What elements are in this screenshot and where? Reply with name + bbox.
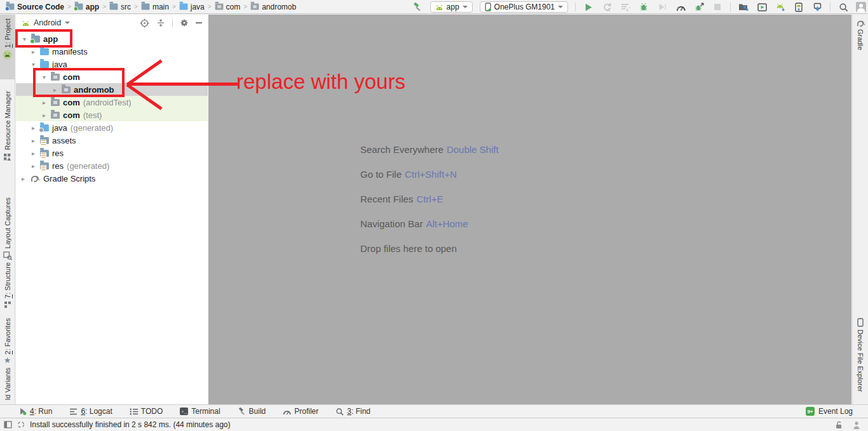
chevron-down-icon xyxy=(463,6,468,8)
chevron-right-icon[interactable]: ▸ xyxy=(30,124,37,131)
main-toolbar: Source Code > app > src > main > java > … xyxy=(0,0,868,14)
build-hammer-icon[interactable] xyxy=(412,1,423,13)
hint-drop-files: Drop files here to open xyxy=(360,236,499,261)
toolwindow-tab-build[interactable]: Build xyxy=(238,407,266,416)
build-hammer-icon xyxy=(238,408,246,416)
hint-recent-files: Recent FilesCtrl+E xyxy=(360,187,499,211)
sidebar-tab-structure[interactable]: 7: Structure xyxy=(0,262,15,308)
breadcrumb-andromob[interactable]: andromob xyxy=(250,3,297,11)
lock-icon[interactable] xyxy=(835,421,843,429)
sidebar-tab-layout-captures[interactable]: Layout Captures xyxy=(0,197,15,260)
sidebar-tab-device-file-explorer[interactable]: Device File Explorer xyxy=(853,318,868,392)
debug-icon[interactable] xyxy=(638,1,649,13)
sdk-manager-icon[interactable] xyxy=(793,1,804,13)
breadcrumb-separator: > xyxy=(241,3,250,10)
toolwindow-tab-profiler[interactable]: Profiler xyxy=(283,407,318,416)
toolwindow-tab-todo[interactable]: TODO xyxy=(130,407,163,416)
tree-item-res[interactable]: ▸ res xyxy=(16,147,208,159)
toolwindow-tab-terminal[interactable]: ›_ Terminal xyxy=(180,407,220,416)
device-manager-icon[interactable] xyxy=(811,1,823,13)
background-tasks-icon[interactable] xyxy=(17,421,25,428)
toolbar-separator xyxy=(575,3,576,11)
bottom-tool-stripe: 4: Run 6: Logcat TODO ›_ Terminal Build … xyxy=(0,404,868,418)
tree-item-assets[interactable]: ▸ assets xyxy=(16,134,208,147)
breadcrumb-main[interactable]: main xyxy=(140,3,170,11)
folder-icon xyxy=(110,3,118,10)
chevron-right-icon[interactable]: ▸ xyxy=(20,175,27,182)
event-log-button[interactable]: 9+ Event Log xyxy=(806,407,853,416)
apply-changes-restart-icon[interactable]: A xyxy=(601,1,613,13)
stop-icon[interactable] xyxy=(712,1,723,13)
run-toolwindow-icon[interactable] xyxy=(756,1,768,13)
annotation-box-package xyxy=(33,68,125,97)
hide-panel-icon[interactable] xyxy=(196,22,202,23)
gear-icon[interactable] xyxy=(180,18,189,27)
generated-folder-icon xyxy=(40,124,49,131)
chevron-right-icon[interactable]: ▸ xyxy=(30,150,37,157)
tree-item-gradle-scripts[interactable]: ▸ Gradle Scripts xyxy=(16,172,208,185)
folder-icon xyxy=(40,48,49,55)
status-message: Install successfully finished in 2 s 842… xyxy=(30,420,230,429)
breadcrumb-com[interactable]: com xyxy=(214,3,241,11)
attach-profiler-icon[interactable] xyxy=(656,1,668,13)
project-tree: ▾ app ▸ manifests ▾ java ▾ com ▸ andromo… xyxy=(16,31,208,185)
device-combo[interactable]: OnePlus GM1901 xyxy=(480,1,568,13)
layout-captures-icon xyxy=(3,251,12,260)
chevron-down-icon xyxy=(558,6,563,8)
chevron-right-icon[interactable]: ▸ xyxy=(41,112,48,119)
toolwindow-tab-find[interactable]: 3: Find xyxy=(336,407,370,416)
toolwindow-tab-logcat[interactable]: 6: Logcat xyxy=(69,407,112,416)
breadcrumb-source-code[interactable]: Source Code xyxy=(5,3,65,11)
toolwindow-toggle-icon[interactable] xyxy=(4,421,12,428)
terminal-icon: ›_ xyxy=(180,408,188,415)
breadcrumb-separator: > xyxy=(170,3,179,10)
tree-item-java-generated[interactable]: ▸ java (generated) xyxy=(16,121,208,134)
sidebar-tab-build-variants[interactable]: ld Variants xyxy=(0,368,15,400)
run-config-combo[interactable]: app xyxy=(430,1,473,13)
gradle-elephant-icon xyxy=(30,175,40,182)
apply-changes-bug-icon[interactable] xyxy=(693,1,705,13)
resource-folder-icon xyxy=(40,137,49,144)
toolwindow-tab-run[interactable]: 4: Run xyxy=(19,407,52,416)
folder-icon xyxy=(141,3,149,10)
chevron-right-icon[interactable]: ▸ xyxy=(41,99,48,106)
toolbar-separator xyxy=(830,3,831,11)
indexing-head-icon[interactable] xyxy=(853,421,860,429)
breadcrumb: Source Code > app > src > main > java > … xyxy=(0,3,297,11)
search-icon xyxy=(336,408,344,416)
tree-item-com-test[interactable]: ▸ com (test) xyxy=(16,109,208,121)
chevron-down-icon[interactable] xyxy=(65,22,70,24)
left-tool-stripe: 1: Project Resource Manager Layout Captu… xyxy=(0,15,15,404)
chevron-right-icon[interactable]: ▸ xyxy=(30,137,37,144)
apply-code-changes-icon[interactable] xyxy=(620,1,631,13)
chevron-right-icon[interactable]: ▸ xyxy=(30,162,37,169)
logcat-icon xyxy=(69,408,78,415)
annotation-text: replace with yours xyxy=(236,70,405,94)
breadcrumb-src[interactable]: src xyxy=(109,3,132,11)
attach-debugger-icon[interactable] xyxy=(738,1,749,13)
search-everywhere-icon[interactable] xyxy=(837,1,849,13)
tree-item-com-androidtest[interactable]: ▸ com (androidTest) xyxy=(16,96,208,109)
profile-avatar[interactable] xyxy=(856,2,866,12)
svg-text:A: A xyxy=(607,8,610,12)
profiler-gauge-icon[interactable] xyxy=(675,1,686,13)
package-folder-icon xyxy=(251,3,259,10)
android-head-icon xyxy=(435,3,444,11)
sidebar-tab-resource-manager[interactable]: Resource Manager xyxy=(0,91,15,161)
annotation-arrow-shaft xyxy=(128,83,238,86)
breadcrumb-separator: > xyxy=(132,3,140,10)
tree-item-res-generated[interactable]: ▸ res (generated) xyxy=(16,159,208,172)
sidebar-tab-favorites[interactable]: 2: Favorites ★ xyxy=(0,318,15,364)
collapse-all-icon[interactable] xyxy=(156,18,165,27)
sidebar-tab-project[interactable]: 1: Project xyxy=(0,18,15,60)
sidebar-tab-gradle[interactable]: Gradle xyxy=(853,20,868,50)
project-view-selector[interactable]: Android xyxy=(34,18,61,27)
avd-manager-icon[interactable] xyxy=(775,1,786,13)
chevron-down-icon[interactable]: ▾ xyxy=(30,61,37,68)
chevron-right-icon[interactable]: ▸ xyxy=(30,48,37,55)
locate-file-icon[interactable] xyxy=(140,18,149,28)
run-button-icon[interactable] xyxy=(583,1,594,13)
breadcrumb-app[interactable]: app xyxy=(74,3,100,11)
breadcrumb-java[interactable]: java xyxy=(179,3,205,11)
java-folder-icon xyxy=(179,3,187,10)
